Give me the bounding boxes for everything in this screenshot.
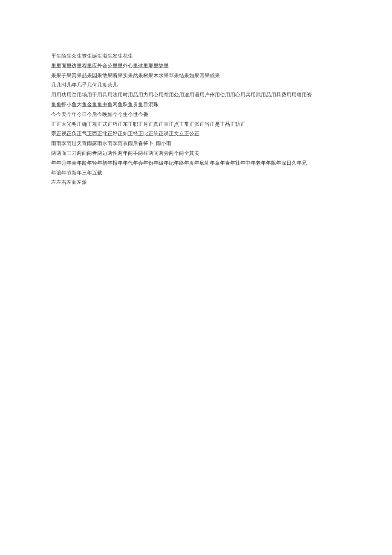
text-line: 里里面里边里程里应外合公里里外心里这里那里故里 bbox=[51, 61, 341, 71]
text-line: 平生陌生众生丧生诞生滋生发生花生 bbox=[51, 51, 341, 61]
text-line: 今今天今年今日今后今晚如今今生今世今番 bbox=[51, 110, 341, 119]
text-line: 果果子果真果品果园果敢果断果实果然果树果木水果苹果结果如果因果成果 bbox=[51, 71, 341, 81]
text-line: 左左右左面左派 bbox=[51, 177, 341, 187]
text-line: 两两面三刀两面两者两边两性两年两手两样两间两旁两个两全其美 bbox=[51, 148, 341, 158]
text-line: 宗正视正负正气正西正北正好正如正经正比正统正误正文立正公正 bbox=[51, 129, 341, 139]
text-line: 鱼鱼虾小鱼大鱼金鱼鱼虫鱼网鱼跃鱼贯鱼目混珠 bbox=[51, 100, 341, 110]
text-line: 正正大光明正确正规正式正巧正东正职正月正真正直正点正常正派正当正是正品正轨正 bbox=[51, 119, 341, 129]
text-line: 年年月年青年龄年轻年初年报年年代年会年份年级年纪年终年度年底幼年童年青年壮年中年… bbox=[51, 158, 341, 168]
text-line: 几几时几年几乎几何几度茶几 bbox=[51, 80, 341, 90]
text-line: 雨雨季雨过天青雨露雨水雨季雨衣雨后春笋卜, 雨小雨 bbox=[51, 139, 341, 148]
text-line: 年谊年节新年三年五载 bbox=[51, 168, 341, 178]
text-line: 用用功用劲用场用于用具用法用时用品用力用心用意用处用途用语用户作用使用用心用兵用… bbox=[51, 90, 341, 100]
document-body: 平生陌生众生丧生诞生滋生发生花生 里里面里边里程里应外合公里里外心里这里那里故里… bbox=[51, 51, 341, 187]
